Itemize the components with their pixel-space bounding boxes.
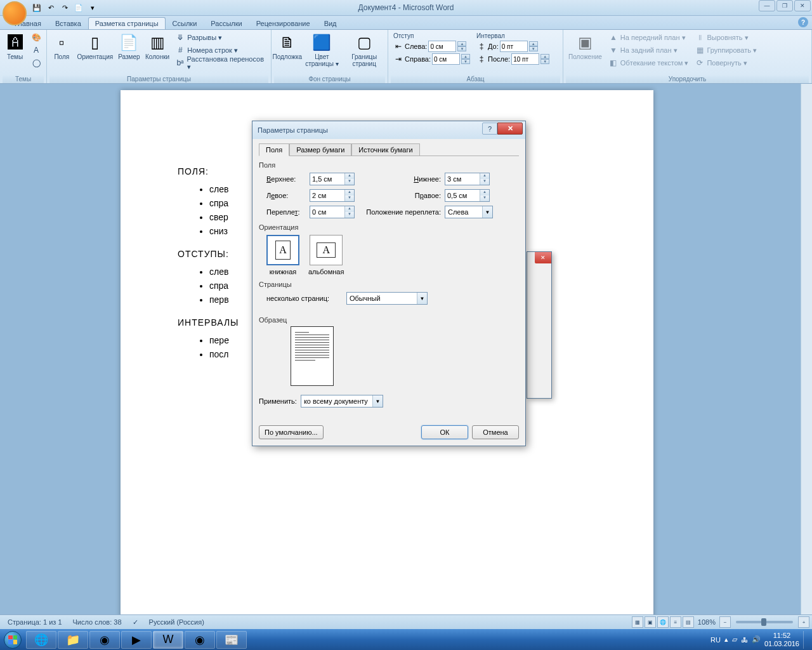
undo-icon[interactable]: ↶: [44, 1, 57, 14]
view-fullscreen-button[interactable]: ▣: [645, 616, 656, 628]
columns-button[interactable]: ▥Колонки: [143, 31, 172, 62]
tray-language[interactable]: RU: [710, 636, 721, 644]
page-borders-button[interactable]: ▢Границы страниц: [343, 31, 385, 69]
save-icon[interactable]: 💾: [30, 1, 43, 14]
status-words[interactable]: Число слов: 38: [68, 618, 128, 626]
apply-to-combo[interactable]: ко всему документу▼: [301, 395, 383, 408]
margin-right-input[interactable]: [445, 190, 480, 201]
spin-down[interactable]: ▼: [345, 212, 354, 218]
gutter-pos-combo[interactable]: Слева▼: [445, 206, 493, 218]
spacing-after-input[interactable]: [511, 53, 539, 65]
orientation-portrait[interactable]: A книжная: [266, 235, 299, 275]
tray-network-icon[interactable]: 🖧: [741, 636, 748, 644]
dialog-titlebar[interactable]: Параметры страницы ? ✕: [252, 121, 525, 139]
hyphenation-button[interactable]: bªРасстановка переносов ▾: [173, 56, 268, 69]
cancel-button[interactable]: Отмена: [472, 425, 519, 439]
spin-down[interactable]: ▼: [457, 46, 466, 51]
spin-down[interactable]: ▼: [345, 179, 354, 185]
margins-button[interactable]: ▫Поля: [49, 31, 74, 62]
view-draft-button[interactable]: ▤: [683, 616, 694, 628]
vertical-scrollbar[interactable]: [801, 84, 812, 614]
align-button[interactable]: ⫴Выровнять ▾: [692, 31, 759, 44]
margin-left-input[interactable]: [310, 190, 344, 201]
tray-flag-icon[interactable]: ▱: [732, 635, 737, 644]
spin-up[interactable]: ▲: [457, 41, 466, 46]
theme-colors-button[interactable]: 🎨: [29, 31, 44, 44]
rotate-button[interactable]: ⟳Повернуть ▾: [692, 56, 759, 69]
spin-down[interactable]: ▼: [529, 46, 538, 51]
status-page[interactable]: Страница: 1 из 1: [3, 618, 68, 626]
bring-front-button[interactable]: ▲На передний план ▾: [606, 31, 691, 44]
chevron-down-icon[interactable]: ▼: [372, 395, 383, 407]
theme-effects-button[interactable]: ◯: [29, 56, 44, 69]
tab-mailings[interactable]: Рассылки: [204, 17, 249, 29]
page-color-button[interactable]: 🟦Цвет страницы ▾: [301, 31, 342, 69]
help-icon[interactable]: ?: [798, 17, 808, 27]
peek-close-button[interactable]: ✕: [535, 252, 551, 263]
status-proofing-icon[interactable]: ✓: [128, 618, 144, 627]
dlg-tab-source[interactable]: Источник бумаги: [351, 143, 419, 156]
tray-clock[interactable]: 11:52 01.03.2016: [764, 632, 799, 647]
spin-up[interactable]: ▲: [540, 54, 549, 59]
taskbar-ie[interactable]: 🌐: [26, 631, 56, 649]
tab-insert[interactable]: Вставка: [48, 17, 88, 29]
spin-down[interactable]: ▼: [461, 59, 470, 64]
group-button[interactable]: ▦Группировать ▾: [692, 44, 759, 56]
spin-down[interactable]: ▼: [345, 196, 354, 201]
spin-up[interactable]: ▲: [345, 173, 354, 179]
view-print-layout-button[interactable]: ▦: [632, 616, 643, 628]
themes-button[interactable]: 🅰 Темы: [3, 31, 27, 62]
redo-icon[interactable]: ↷: [58, 1, 71, 14]
taskbar-word[interactable]: W: [153, 631, 183, 649]
tab-view[interactable]: Вид: [317, 17, 344, 29]
margin-top-input[interactable]: [310, 173, 344, 185]
office-button[interactable]: [3, 1, 27, 25]
spin-up[interactable]: ▲: [345, 206, 354, 212]
tab-references[interactable]: Ссылки: [166, 17, 204, 29]
tray-arrow-icon[interactable]: ▴: [724, 635, 728, 644]
text-wrap-button[interactable]: ◧Обтекание текстом ▾: [606, 56, 691, 69]
position-button[interactable]: ▣Положение: [566, 31, 605, 62]
spacing-before-input[interactable]: [500, 41, 528, 52]
qat-icon[interactable]: 📄: [72, 1, 85, 14]
taskbar-chrome[interactable]: ◉: [89, 631, 120, 649]
dialog-close-button[interactable]: ✕: [497, 123, 523, 135]
spin-up[interactable]: ▲: [480, 173, 489, 179]
dlg-tab-margins[interactable]: Поля: [259, 143, 289, 156]
orientation-landscape[interactable]: A альбомная: [308, 235, 344, 275]
tab-review[interactable]: Рецензирование: [249, 17, 317, 29]
tray-volume-icon[interactable]: 🔊: [752, 635, 761, 644]
spin-down[interactable]: ▼: [540, 59, 549, 64]
spin-down[interactable]: ▼: [480, 179, 489, 185]
size-button[interactable]: 📄Размер: [116, 31, 142, 62]
start-button[interactable]: [0, 629, 25, 650]
indent-right-input[interactable]: [432, 53, 460, 65]
orientation-button[interactable]: ▯Ориентация: [75, 31, 115, 62]
close-button[interactable]: ✕: [794, 0, 811, 11]
spin-up[interactable]: ▲: [529, 41, 538, 46]
tab-page-layout[interactable]: Разметка страницы: [88, 17, 166, 29]
minimize-button[interactable]: —: [759, 0, 775, 11]
multipages-combo[interactable]: Обычный▼: [346, 292, 428, 305]
taskbar-media[interactable]: ▶: [121, 631, 152, 649]
breaks-button[interactable]: ⤋Разрывы ▾: [173, 31, 268, 44]
ok-button[interactable]: ОК: [421, 425, 468, 439]
spin-up[interactable]: ▲: [480, 190, 489, 196]
zoom-out-button[interactable]: −: [719, 616, 731, 628]
defaults-button[interactable]: По умолчанию...: [259, 425, 324, 439]
theme-fonts-button[interactable]: A: [29, 44, 44, 56]
chevron-down-icon[interactable]: ▼: [482, 206, 492, 218]
show-desktop-button[interactable]: [803, 631, 808, 649]
spin-up[interactable]: ▲: [461, 54, 470, 59]
spin-down[interactable]: ▼: [480, 196, 489, 201]
spin-up[interactable]: ▲: [345, 190, 354, 196]
send-back-button[interactable]: ▼На задний план ▾: [606, 44, 691, 56]
maximize-button[interactable]: ❐: [776, 0, 793, 11]
margin-bottom-input[interactable]: [445, 173, 480, 185]
zoom-slider[interactable]: [736, 621, 793, 623]
taskbar-news[interactable]: 📰: [216, 631, 247, 649]
gutter-input[interactable]: [310, 206, 344, 218]
zoom-thumb[interactable]: [761, 618, 766, 626]
taskbar-explorer[interactable]: 📁: [58, 631, 88, 649]
chevron-down-icon[interactable]: ▼: [417, 293, 427, 304]
